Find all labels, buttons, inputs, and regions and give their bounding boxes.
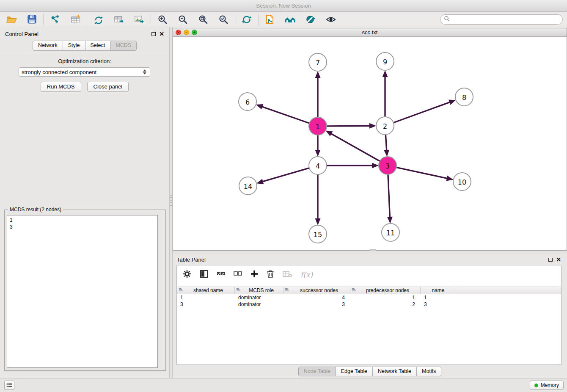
criterion-select[interactable]: strongly connected component — [19, 67, 150, 77]
sort-icon — [236, 287, 241, 293]
select-all-button[interactable] — [217, 271, 225, 279]
tab-network-table[interactable]: Network Table — [372, 367, 417, 376]
cell-predecessor-nodes[interactable]: 2 — [350, 301, 421, 308]
close-panel-icon[interactable] — [556, 257, 561, 262]
zoom-selected-icon — [218, 14, 228, 25]
cell-mcds-role[interactable]: dominator — [235, 294, 284, 301]
list-icon — [6, 381, 12, 389]
cell-predecessor-nodes[interactable]: 1 — [350, 294, 421, 301]
graph-node-label-11: 11 — [386, 229, 395, 237]
open-file-button[interactable] — [4, 13, 19, 26]
show-columns-button[interactable] — [200, 270, 208, 280]
network-window-titlebar[interactable]: scc.txt — [173, 28, 567, 37]
table-header-row: shared name MCDS role successor nodes — [177, 287, 561, 294]
cell-name[interactable]: 1 — [421, 294, 456, 301]
tab-motifs[interactable]: Motifs — [416, 367, 441, 376]
network-graph[interactable]: 7968124314101511 — [173, 37, 567, 250]
plus-icon — [250, 270, 258, 279]
close-panel-button[interactable]: Close panel — [87, 82, 129, 92]
column-header-shared-name[interactable]: shared name — [177, 287, 235, 294]
tab-select[interactable]: Select — [85, 41, 111, 51]
delete-table-button[interactable] — [283, 270, 292, 279]
column-header-predecessor-nodes[interactable]: predecessor nodes — [350, 287, 421, 294]
apply-style-button[interactable] — [303, 13, 318, 26]
graph-edge-2-3[interactable] — [385, 135, 386, 150]
float-panel-icon[interactable] — [548, 258, 553, 262]
save-session-icon — [27, 14, 37, 24]
import-table-button[interactable] — [68, 13, 83, 26]
zoom-out-button[interactable] — [176, 13, 190, 26]
vertical-splitter[interactable] — [169, 27, 173, 378]
new-network-icon — [93, 14, 104, 25]
task-history-button[interactable] — [4, 381, 14, 390]
table-row[interactable]: 3 dominator 3 2 3 — [177, 301, 561, 308]
graph-edge-4-14[interactable] — [263, 168, 309, 182]
float-panel-icon[interactable] — [151, 32, 156, 36]
cell-successor-nodes[interactable]: 4 — [284, 294, 350, 301]
save-session-button[interactable] — [25, 13, 39, 26]
maximize-window-icon[interactable] — [192, 30, 197, 35]
table-panel: Table Panel — [173, 254, 567, 378]
mcds-result-item[interactable]: 3 — [10, 224, 157, 230]
export-image-button[interactable] — [132, 13, 146, 26]
mcds-result-item[interactable]: 1 — [10, 217, 157, 224]
zoom-in-icon — [157, 14, 168, 25]
column-header-successor-nodes[interactable]: successor nodes — [284, 287, 350, 294]
deselect-all-button[interactable] — [234, 271, 242, 279]
home-button[interactable] — [283, 13, 297, 26]
tab-node-table[interactable]: Node Table — [298, 367, 336, 376]
memory-button[interactable]: Memory — [530, 381, 564, 390]
close-window-icon[interactable] — [176, 30, 181, 35]
tab-edge-table[interactable]: Edge Table — [336, 367, 373, 376]
mcds-result-list[interactable]: 1 3 — [7, 215, 158, 368]
cell-successor-nodes[interactable]: 3 — [284, 301, 350, 308]
zoom-selected-button[interactable] — [216, 13, 231, 26]
graph-edge-1-2[interactable] — [327, 126, 370, 126]
graph-edge-2-8[interactable] — [394, 102, 450, 122]
search-input[interactable] — [450, 17, 559, 22]
graph-edge-3-10[interactable] — [397, 168, 447, 179]
graph-node-label-2: 2 — [383, 122, 387, 130]
zoom-in-button[interactable] — [155, 13, 170, 26]
toolbar-separator — [87, 14, 87, 25]
memory-status-icon — [534, 384, 538, 387]
close-panel-icon[interactable] — [159, 31, 164, 37]
run-mcds-button[interactable]: Run MCDS — [41, 82, 81, 92]
export-network-button[interactable] — [112, 13, 126, 26]
show-hide-button[interactable] — [324, 13, 338, 26]
minimize-window-icon[interactable] — [184, 30, 189, 35]
tab-style[interactable]: Style — [63, 41, 85, 51]
new-network-button[interactable] — [91, 13, 106, 26]
application-window: Session: New Session — [0, 0, 567, 392]
graph-edge-1-6[interactable] — [262, 107, 309, 123]
zoom-fit-icon — [198, 14, 208, 25]
graph-edge-3-1[interactable] — [331, 134, 379, 161]
function-builder-button[interactable]: f(x) — [300, 271, 313, 279]
horizontal-splitter[interactable] — [173, 251, 567, 254]
delete-column-button[interactable] — [267, 270, 274, 280]
network-window-title: scc.txt — [173, 29, 567, 36]
window-titlebar[interactable]: Session: New Session — [0, 0, 567, 12]
tab-mcds[interactable]: MCDS — [110, 41, 137, 51]
cell-mcds-role[interactable]: dominator — [235, 301, 284, 308]
trash-icon — [267, 270, 274, 280]
column-header-name[interactable]: name — [421, 287, 456, 294]
table-settings-button[interactable] — [183, 270, 191, 280]
zoom-fit-button[interactable] — [196, 13, 210, 26]
columns-icon — [200, 270, 208, 280]
cell-name[interactable]: 3 — [421, 301, 456, 308]
import-network-button[interactable] — [48, 13, 62, 26]
network-canvas[interactable]: 7968124314101511 — [173, 37, 567, 250]
add-column-button[interactable] — [250, 270, 258, 279]
column-header-mcds-role[interactable]: MCDS role — [235, 287, 284, 294]
sort-icon — [352, 287, 356, 293]
network-from-clipboard-button[interactable] — [263, 13, 277, 26]
apply-layout-button[interactable] — [239, 13, 254, 26]
cell-shared-name[interactable]: 1 — [177, 294, 235, 301]
tab-network[interactable]: Network — [33, 41, 63, 51]
table-row[interactable]: 1 dominator 4 1 1 — [177, 294, 561, 301]
graph-edge-3-11[interactable] — [388, 175, 390, 217]
control-panel-header: Control Panel — [0, 27, 169, 41]
cell-shared-name[interactable]: 3 — [177, 301, 235, 308]
table-toolbar: f(x) — [177, 265, 561, 284]
